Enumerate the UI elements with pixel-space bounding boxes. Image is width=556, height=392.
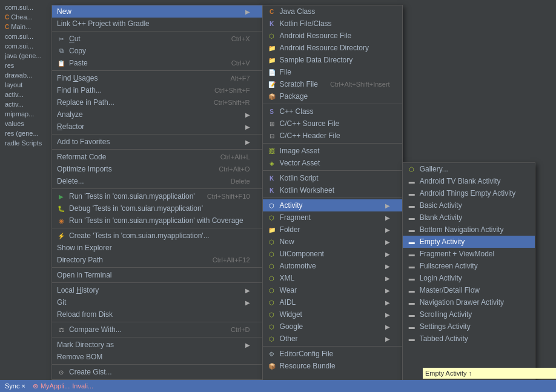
activity-submenu-blank[interactable]: ▬ Blank Activity [403,211,535,224]
new-submenu-other[interactable]: ⬡ Other ▶ [263,333,402,345]
new-submenu-java-class[interactable]: C Java Class [263,5,402,18]
sync-label[interactable]: Sync × [5,382,25,390]
activity-submenu-basic[interactable]: ▬ Basic Activity [403,199,535,211]
menu-item-run[interactable]: ▶ Run 'Tests in 'com.suian.myapplication… [52,190,262,202]
menu-item-mark-dir[interactable]: Mark Directory as ▶ [52,339,262,351]
menu-item-cut[interactable]: ✂ Cut Ctrl+X [52,33,262,45]
activity-submenu-gallery[interactable]: ⬡ Gallery... [403,163,535,175]
new-submenu-vector-asset[interactable]: ◈ Vector Asset [263,157,402,169]
new-submenu-service[interactable]: ⬡ New ▶ [263,236,402,248]
new-submenu-android-res-file[interactable]: ⬡ Android Resource File [263,30,402,42]
sidebar-item-main[interactable]: C Main... [2,22,52,32]
sidebar-item-com3[interactable]: com.sui... [2,41,52,51]
menu-item-git[interactable]: Git ▶ [52,296,262,308]
sidebar-item-chea[interactable]: C Chea... [2,12,52,22]
activity-submenu-things-empty[interactable]: ▬ Android Things Empty Activity [403,187,535,199]
new-submenu-widget[interactable]: ⬡ Widget ▶ [263,308,402,321]
activity-submenu-master-detail[interactable]: ▬ Master/Detail Flow [403,284,535,296]
sidebar-item-activ2[interactable]: activ... [2,99,52,109]
menu-item-reformat[interactable]: Reformat Code Ctrl+Alt+L [52,151,262,163]
activity-submenu-bottom-nav[interactable]: ▬ Bottom Navigation Activity [403,224,535,236]
menu-item-delete[interactable]: Delete... Delete [52,175,262,187]
new-submenu-activity[interactable]: ⬡ Activity ▶ [263,199,402,211]
menu-item-replace-path[interactable]: Replace in Path... Ctrl+Shift+R [52,96,262,108]
new-submenu-cpp-source[interactable]: ⊞ C/C++ Source File [263,118,402,130]
sample-data-icon: 📁 [268,56,276,64]
activity-submenu-tv-blank[interactable]: ▬ Android TV Blank Activity [403,175,535,187]
new-submenu-aidl[interactable]: ⬡ AIDL ▶ [263,296,402,308]
menu-item-compare[interactable]: ⚖ Compare With... Ctrl+D [52,324,262,336]
menu-item-find-usages[interactable]: Find Usages Alt+F7 [52,72,262,84]
menu-item-link-cpp[interactable]: Link C++ Project with Gradle [52,18,262,30]
cut-icon: ✂ [57,35,65,43]
new-submenu-cpp-class[interactable]: S C++ Class [263,105,402,118]
new-submenu-image-asset[interactable]: 🖼 Image Asset [263,145,402,157]
menu-item-coverage[interactable]: ◉ Run 'Tests in 'com.suian.myapplication… [52,214,262,227]
menu-item-dir-path[interactable]: Directory Path Ctrl+Alt+F12 [52,254,262,266]
new-submenu-package[interactable]: 📦 Package [263,90,402,102]
new-submenu-kotlin[interactable]: K Kotlin File/Class [263,18,402,30]
menu-item-paste[interactable]: 📋 Paste Ctrl+V [52,57,262,69]
sidebar-item-values[interactable]: values [2,119,52,128]
activity-submenu-scrolling[interactable]: ▬ Scrolling Activity [403,308,535,321]
error-circle-icon: ⊗ [33,382,38,390]
sidebar-item-layout[interactable]: layout [2,80,52,90]
new-submenu-fragment[interactable]: ⬡ Fragment ▶ [263,211,402,224]
new-submenu-xml[interactable]: ⬡ XML ▶ [263,272,402,284]
activity-submenu-settings[interactable]: ▬ Settings Activity [403,321,535,333]
sidebar-item-mipmap[interactable]: mipmap... [2,109,52,119]
new-submenu-resource-bundle[interactable]: 📦 Resource Bundle [263,360,402,372]
wear-icon: ⬡ [268,286,276,294]
new-submenu-cpp-header[interactable]: ⊡ C/C++ Header File [263,130,402,142]
dir-path-label: Directory Path [57,256,103,264]
auto-icon: ⬡ [268,262,276,270]
sidebar-item-com2[interactable]: com.sui... [2,32,52,41]
menu-item-local-history[interactable]: Local History ▶ [52,284,262,296]
compare-shortcut: Ctrl+D [231,326,250,333]
activity-submenu-tabbed[interactable]: ▬ Tabbed Activity [403,333,535,345]
sidebar-item-drawable[interactable]: drawab... [2,70,52,80]
sidebar-item-gradle[interactable]: radle Scripts [2,138,52,148]
menu-item-show-explorer[interactable]: Show in Explorer [52,242,262,254]
menu-item-copy[interactable]: ⧉ Copy [52,45,262,57]
kotlin-script-icon: K [268,174,276,182]
local-history-arrow-icon: ▶ [245,287,250,294]
activity-submenu-fragment-vm[interactable]: ▬ Fragment + ViewModel [403,248,535,260]
folder-arrow-icon: ▶ [385,227,390,233]
menu-item-debug[interactable]: 🐛 Debug 'Tests in 'com.suian.myapplicati… [52,202,262,214]
menu-item-create-gist[interactable]: ⊙ Create Gist... [52,366,262,378]
menu-item-refactor[interactable]: Refactor ▶ [52,121,262,133]
menu-item-analyze[interactable]: Analyze ▶ [52,108,262,121]
sidebar-item-res-gen[interactable]: res (gene... [2,128,52,138]
menu-item-remove-bom[interactable]: Remove BOM [52,351,262,363]
new-submenu-editorconfig[interactable]: ⚙ EditorConfig File [263,348,402,360]
new-submenu-folder[interactable]: 📁 Folder ▶ [263,224,402,236]
menu-item-new[interactable]: New ▶ [52,5,262,18]
menu-item-find-path[interactable]: Find in Path... Ctrl+Shift+F [52,84,262,96]
activity-submenu-nav-drawer[interactable]: ▬ Navigation Drawer Activity [403,296,535,308]
sidebar-item-com1[interactable]: com.sui... [2,2,52,12]
new-submenu-automotive[interactable]: ⬡ Automotive ▶ [263,260,402,272]
menu-item-add-favorites[interactable]: Add to Favorites ▶ [52,136,262,148]
new-submenu-scratch[interactable]: 📝 Scratch File Ctrl+Alt+Shift+Insert [263,78,402,90]
menu-item-optimize[interactable]: Optimize Imports Ctrl+Alt+O [52,163,262,175]
new-submenu-android-res-dir[interactable]: 📁 Android Resource Directory [263,42,402,54]
new-submenu-kotlin-script[interactable]: K Kotlin Script [263,172,402,184]
new-submenu-wear[interactable]: ⬡ Wear ▶ [263,284,402,296]
new-submenu-google[interactable]: ⬡ Google ▶ [263,321,402,333]
package-icon: 📦 [268,92,276,101]
activity-submenu-fullscreen[interactable]: ▬ Fullscreen Activity [403,260,535,272]
new-submenu-uicomponent[interactable]: ⬡ UiComponent ▶ [263,248,402,260]
menu-item-open-terminal[interactable]: Open in Terminal [52,269,262,281]
sidebar-item-res[interactable]: res [2,61,52,70]
new-submenu-kotlin-worksheet[interactable]: K Kotlin Worksheet [263,184,402,196]
new-submenu-file[interactable]: 📄 File [263,66,402,78]
menu-item-reload[interactable]: Reload from Disk [52,308,262,321]
menu-item-create[interactable]: ⚡ Create 'Tests in 'com.suian.myapplicat… [52,230,262,242]
sidebar-item-java[interactable]: java (gene... [2,51,52,61]
sidebar-item-activ1[interactable]: activ... [2,90,52,99]
new-sep-4 [263,198,402,198]
new-submenu-sample-data[interactable]: 📁 Sample Data Directory [263,54,402,66]
activity-submenu-empty[interactable]: ▬ Empty Activity [403,236,535,248]
activity-submenu-login[interactable]: ▬ Login Activity [403,272,535,284]
